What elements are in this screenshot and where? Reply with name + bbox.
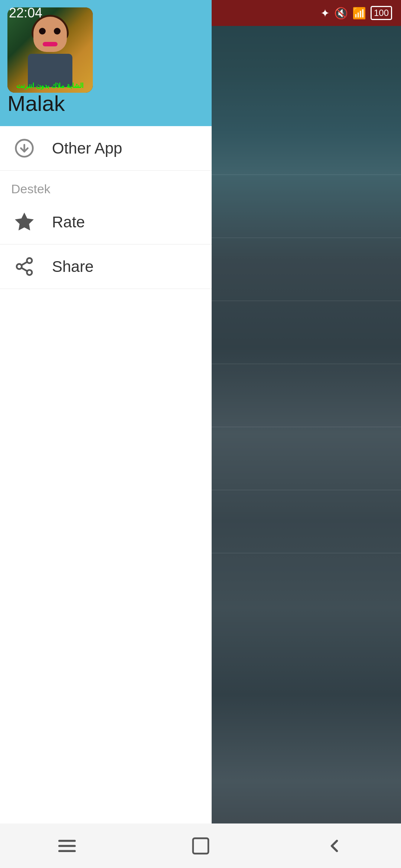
rate-label: Rate — [52, 213, 85, 231]
stripe-1 — [212, 174, 401, 175]
other-app-item[interactable]: Other App — [0, 126, 212, 171]
status-time: 22:04 — [9, 5, 42, 21]
svg-marker-2 — [16, 214, 33, 230]
navigation-drawer: الشابة ملاك بدون انترنت Malak Other App … — [0, 0, 212, 868]
right-overlay — [212, 0, 401, 868]
section-destek: Destek — [0, 171, 212, 200]
other-app-label: Other App — [52, 139, 122, 157]
share-icon — [11, 254, 37, 280]
rate-item[interactable]: Rate — [0, 200, 212, 244]
svg-line-7 — [21, 262, 27, 265]
navigation-bar — [0, 823, 401, 868]
download-icon — [11, 135, 37, 161]
menu-list: Other App Destek Rate — [0, 126, 212, 868]
stripe-2 — [212, 237, 401, 238]
back-nav-button[interactable] — [319, 831, 349, 861]
app-icon-arabic-text: الشابة ملاك بدون انترنت — [7, 82, 93, 90]
home-nav-button[interactable] — [186, 831, 215, 861]
star-icon — [11, 209, 37, 235]
status-bar: 22:04 ✦ 🔇 📶 100 — [0, 0, 401, 26]
stripe-3 — [212, 300, 401, 301]
signal-icon: 📶 — [352, 7, 366, 20]
stripe-5 — [212, 427, 401, 427]
mute-icon: 🔇 — [334, 7, 348, 20]
bluetooth-icon: ✦ — [320, 7, 330, 20]
status-icons: ✦ 🔇 📶 100 — [320, 6, 392, 20]
stripe-7 — [212, 553, 401, 553]
app-name: Malak — [7, 91, 65, 116]
battery-icon: 100 — [371, 6, 392, 20]
stripe-6 — [212, 490, 401, 490]
menu-nav-button[interactable] — [52, 831, 82, 861]
svg-line-6 — [21, 268, 27, 271]
svg-rect-11 — [193, 838, 208, 853]
share-label: Share — [52, 258, 94, 276]
stripe-4 — [212, 364, 401, 364]
share-item[interactable]: Share — [0, 244, 212, 289]
